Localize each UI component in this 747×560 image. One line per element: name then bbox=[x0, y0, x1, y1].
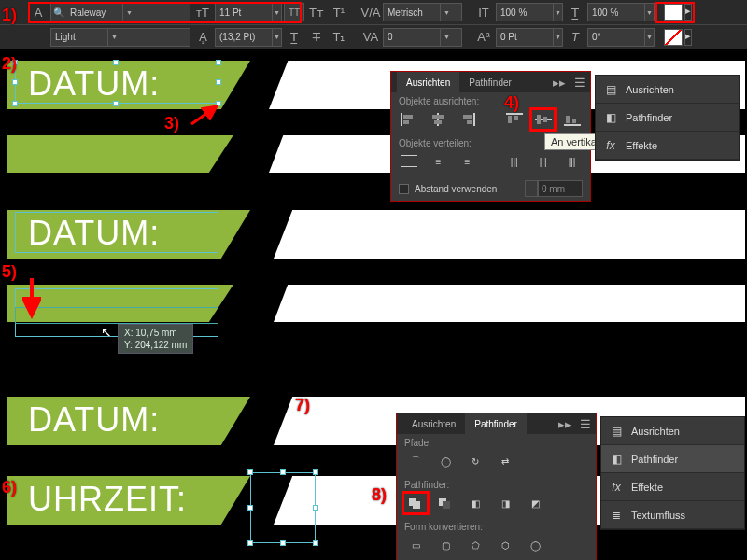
baseline-icon: Aª bbox=[473, 28, 494, 47]
char-panel-icon[interactable]: A bbox=[28, 3, 49, 21]
join-path-icon[interactable]: ⌒ bbox=[404, 452, 427, 470]
gap-field[interactable] bbox=[525, 180, 583, 197]
exclude-icon[interactable]: ◨ bbox=[494, 494, 516, 512]
tab-align[interactable]: Ausrichten bbox=[397, 72, 459, 92]
side-item-pathfinder[interactable]: ◧Pathfinder bbox=[596, 104, 739, 132]
side2-effects[interactable]: fxEffekte bbox=[601, 473, 744, 501]
dist-top-icon[interactable] bbox=[399, 152, 420, 171]
hscale-combo[interactable]: ▼ bbox=[496, 3, 563, 21]
leading-combo[interactable]: ▼ bbox=[215, 28, 282, 47]
pathfinder-icon: ◧ bbox=[609, 452, 624, 467]
skew-icon: T bbox=[565, 28, 585, 47]
skew-combo[interactable]: ▼ bbox=[587, 28, 655, 47]
svg-rect-4 bbox=[403, 120, 409, 124]
shape-bevel-icon[interactable]: ⬠ bbox=[464, 536, 486, 554]
all-caps-button[interactable]: TT bbox=[284, 3, 304, 21]
stroke-swatch-none[interactable] bbox=[664, 29, 683, 46]
align-vcenter-icon[interactable] bbox=[532, 110, 554, 129]
chevron-down-icon[interactable]: ▼ bbox=[553, 4, 562, 21]
panel-menu-icon[interactable]: ▸▸ bbox=[549, 73, 570, 91]
close-path-icon[interactable]: ↻ bbox=[464, 452, 486, 470]
subtract-icon[interactable] bbox=[434, 494, 457, 512]
chevron-down-icon[interactable]: ▼ bbox=[122, 4, 135, 21]
anno-6: 6) bbox=[2, 478, 17, 497]
chevron-down-icon[interactable]: ▼ bbox=[440, 29, 453, 46]
reverse-path-icon[interactable]: ⇄ bbox=[494, 452, 516, 470]
open-path-icon[interactable]: ◯ bbox=[434, 452, 457, 470]
unite-icon[interactable] bbox=[404, 494, 427, 512]
font-size-input[interactable] bbox=[216, 7, 272, 18]
swatch-dd[interactable]: ▸ bbox=[684, 4, 692, 21]
align-right-icon[interactable] bbox=[457, 110, 478, 129]
side-panel-2: ▤Ausrichten ◧Pathfinder fxEffekte ≣Textu… bbox=[600, 416, 745, 530]
dist-right-icon[interactable]: ||| bbox=[561, 152, 583, 171]
dist-hcenter-icon[interactable]: ||| bbox=[532, 152, 554, 171]
tab-align-2[interactable]: Ausrichten bbox=[402, 413, 465, 434]
tab-pathfinder[interactable]: Pathfinder bbox=[459, 72, 521, 92]
chevron-down-icon[interactable]: ▼ bbox=[440, 4, 453, 21]
shape-rect-icon[interactable]: ▭ bbox=[404, 536, 427, 554]
shape-ellipse-icon[interactable]: ◯ bbox=[524, 536, 546, 554]
align-hcenter-icon[interactable] bbox=[428, 110, 449, 129]
panel-menu-icon[interactable]: ▸▸ bbox=[555, 414, 575, 433]
use-gap-checkbox[interactable] bbox=[399, 184, 409, 194]
chevron-down-icon[interactable]: ▼ bbox=[553, 29, 562, 46]
side-item-align[interactable]: ▤Ausrichten bbox=[596, 76, 739, 104]
sel-box-2a[interactable] bbox=[15, 212, 218, 253]
side-item-effects[interactable]: fxEffekte bbox=[596, 132, 739, 160]
chevron-down-icon[interactable]: ▼ bbox=[644, 29, 654, 46]
align-left-icon[interactable] bbox=[399, 110, 420, 129]
sel-box-slash[interactable] bbox=[250, 472, 316, 543]
fill-swatch[interactable] bbox=[664, 4, 683, 21]
align-bottom-icon[interactable] bbox=[561, 110, 583, 129]
dist-vcenter-icon[interactable]: ≡ bbox=[428, 152, 449, 171]
chevron-down-icon[interactable]: ▼ bbox=[272, 4, 281, 21]
svg-rect-12 bbox=[508, 116, 512, 123]
shape-inverse-icon[interactable]: ⬡ bbox=[494, 536, 516, 554]
superscript-icon[interactable]: T¹ bbox=[329, 3, 349, 21]
small-caps-icon[interactable]: Tᴛ bbox=[306, 3, 327, 21]
character-toolbar: A 🔍 ▼ тT ▼ TT Tᴛ T¹ V/A ▼ IT ▼ T̲ ▼ bbox=[0, 0, 747, 49]
side2-align[interactable]: ▤Ausrichten bbox=[601, 417, 744, 445]
dist-left-icon[interactable]: ||| bbox=[503, 152, 525, 171]
font-family-input[interactable] bbox=[66, 7, 122, 18]
intersect-icon[interactable]: ◧ bbox=[464, 494, 486, 512]
leading-icon: A͇ bbox=[192, 28, 213, 47]
svg-rect-2 bbox=[401, 113, 402, 126]
selection-box[interactable] bbox=[15, 63, 218, 104]
panel-options-icon[interactable]: ☰ bbox=[570, 73, 590, 91]
banner-row-2b bbox=[7, 285, 736, 322]
anno-8: 8) bbox=[372, 485, 387, 505]
chevron-down-icon[interactable]: ▼ bbox=[107, 29, 120, 46]
svg-rect-19 bbox=[572, 119, 576, 123]
svg-rect-17 bbox=[564, 124, 581, 126]
dist-bottom-icon[interactable]: ≡ bbox=[457, 152, 478, 171]
chevron-down-icon[interactable]: ▼ bbox=[272, 29, 281, 46]
panel-options-icon[interactable]: ☰ bbox=[575, 414, 596, 433]
svg-rect-21 bbox=[401, 161, 417, 161]
minus-back-icon[interactable]: ◩ bbox=[524, 494, 546, 512]
vscale-icon: T̲ bbox=[565, 3, 585, 21]
shape-roundrect-icon[interactable]: ▢ bbox=[434, 536, 457, 554]
underline-icon[interactable]: T̲ bbox=[284, 28, 304, 47]
stroke-dd[interactable]: ▸ bbox=[684, 29, 692, 46]
kerning-combo[interactable]: ▼ bbox=[383, 3, 462, 21]
pathfinder-icon: ◧ bbox=[603, 110, 618, 125]
side2-textwrap[interactable]: ≣Textumfluss bbox=[601, 501, 744, 529]
align-top-icon[interactable] bbox=[503, 110, 525, 129]
chevron-down-icon[interactable]: ▼ bbox=[644, 4, 654, 21]
kerning-input[interactable] bbox=[384, 7, 440, 18]
tab-pathfinder-2[interactable]: Pathfinder bbox=[465, 413, 527, 434]
arrow-5 bbox=[22, 276, 41, 323]
subscript-icon[interactable]: T₁ bbox=[329, 28, 349, 47]
baseline-combo[interactable]: ▼ bbox=[496, 28, 563, 47]
strike-icon[interactable]: T̶ bbox=[306, 28, 327, 47]
kerning-icon: V/A bbox=[360, 3, 381, 21]
font-size-combo[interactable]: ▼ bbox=[215, 3, 282, 21]
side2-pathfinder[interactable]: ◧Pathfinder bbox=[601, 445, 744, 473]
vscale-combo[interactable]: ▼ bbox=[587, 3, 655, 21]
svg-rect-24 bbox=[413, 501, 420, 509]
font-family-combo[interactable]: 🔍 ▼ bbox=[50, 3, 190, 21]
font-weight-combo[interactable]: ▼ bbox=[50, 28, 190, 47]
tracking-combo[interactable]: ▼ bbox=[383, 28, 462, 47]
